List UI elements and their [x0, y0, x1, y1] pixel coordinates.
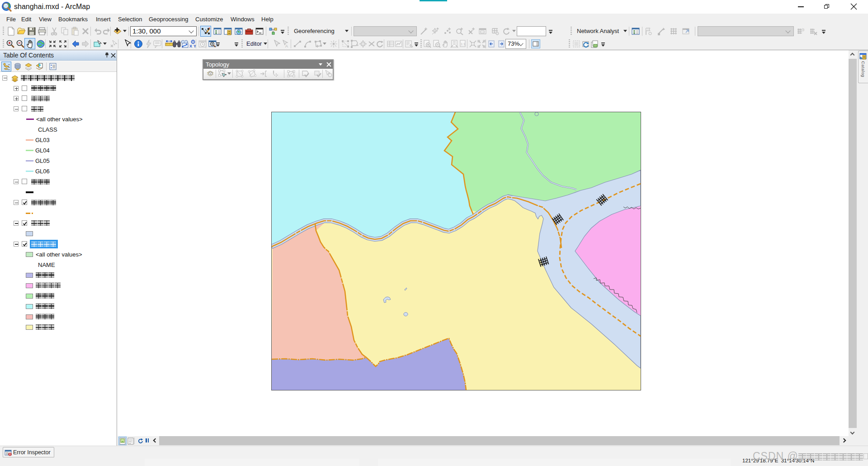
svg-text:1:1: 1:1	[461, 42, 465, 46]
svg-text:A: A	[285, 44, 288, 48]
svg-text:X: X	[189, 44, 192, 48]
